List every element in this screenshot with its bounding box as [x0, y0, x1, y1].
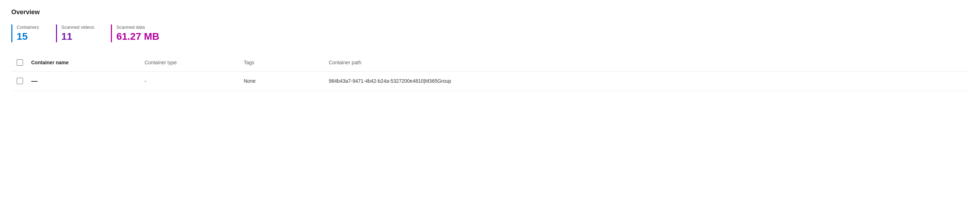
row-container-type: -	[142, 77, 241, 85]
header-container-type: Container type	[142, 57, 241, 68]
stat-scanned-videos: Scanned videos 11	[56, 24, 94, 42]
header-checkbox[interactable]	[17, 59, 23, 66]
containers-value: 15	[17, 31, 39, 42]
containers-table: Container name Container type Tags Conta…	[11, 54, 969, 91]
overview-title: Overview	[11, 8, 969, 16]
table-row: — - None 984b43a7-9471-4b42-b24a-5327200…	[11, 72, 969, 91]
header-checkbox-cell[interactable]	[11, 56, 29, 69]
row-container-name: —	[29, 76, 142, 86]
stats-row: Containers 15 Scanned videos 11 Scanned …	[11, 24, 969, 42]
row-container-path: 984b43a7-9471-4b42-b24a-5327200e4810|M36…	[326, 77, 969, 85]
overview-section: Overview Containers 15 Scanned videos 11…	[11, 8, 969, 91]
container-name-dash: —	[31, 77, 38, 85]
stat-containers: Containers 15	[11, 24, 39, 42]
containers-label: Containers	[17, 24, 39, 30]
row-checkbox-cell[interactable]	[11, 76, 29, 85]
scanned-videos-label: Scanned videos	[61, 24, 94, 30]
header-container-name: Container name	[29, 57, 142, 68]
scanned-data-value: 61.27 MB	[116, 31, 159, 42]
scanned-data-label: Scanned data	[116, 24, 159, 30]
stat-scanned-data: Scanned data 61.27 MB	[111, 24, 159, 42]
header-container-path: Container path	[326, 57, 969, 68]
row-checkbox[interactable]	[17, 78, 23, 84]
table-header: Container name Container type Tags Conta…	[11, 54, 969, 72]
scanned-videos-value: 11	[61, 31, 94, 42]
row-tags: None	[241, 77, 326, 85]
header-tags: Tags	[241, 57, 326, 68]
